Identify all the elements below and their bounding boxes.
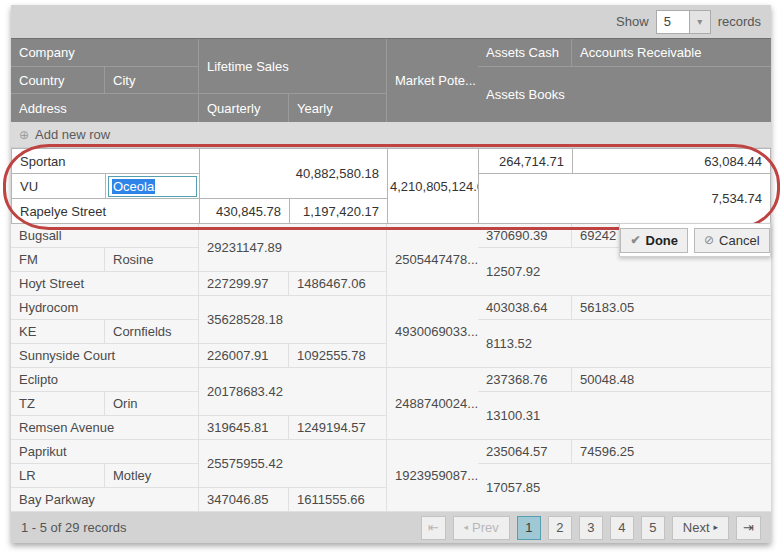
first-page-icon: ⇤ [428,520,439,535]
cell-city[interactable]: Rosine [105,248,199,272]
cell-books[interactable]: 17057.85 [478,464,771,512]
header-country[interactable]: Country [11,67,105,94]
header-city[interactable]: City [105,67,199,94]
edit-cell-city: Oceola [106,174,200,199]
prev-page-button[interactable]: ◂ Prev [453,516,510,540]
header-assets-books[interactable]: Assets Books [478,67,771,122]
header-address[interactable]: Address [11,94,199,122]
cell-market[interactable]: 2505447478.... [387,224,478,296]
cell-country[interactable]: KE [11,320,105,344]
page-button-1[interactable]: 1 [517,516,541,540]
cell-address[interactable]: Remsen Avenue [11,416,199,440]
cell-market[interactable]: 2488740024.... [387,368,478,440]
edit-cell-quarterly[interactable]: 430,845.78 [200,199,290,224]
page-button-3[interactable]: 3 [579,516,603,540]
cancel-button[interactable]: ⊘ Cancel [694,228,770,253]
add-new-row-label: Add new row [35,127,110,142]
cell-books[interactable]: 13100.31 [478,392,771,440]
header-accounts-receivable[interactable]: Accounts Receivable [572,39,771,67]
header-lifetime-sales[interactable]: Lifetime Sales [199,39,387,94]
cell-books[interactable]: 8113.52 [478,320,771,368]
next-arrow-icon: ▸ [714,523,719,532]
cell-lifetime[interactable]: 25575955.42 [199,440,387,488]
record-count-status: 1 - 5 of 29 records [21,520,127,535]
header-company[interactable]: Company [11,39,199,67]
page-button-4[interactable]: 4 [610,516,634,540]
show-label: Show [616,14,649,29]
cell-market[interactable]: 4930069033.... [387,296,478,368]
cell-lifetime[interactable]: 20178683.42 [199,368,387,416]
cell-city[interactable]: Motley [105,464,199,488]
city-editor-input[interactable]: Oceola [108,176,197,197]
cell-quarterly[interactable]: 227299.97 [199,272,289,296]
edit-actions-popup: ✔ Done ⊘ Cancel [619,223,771,257]
edit-cell-market[interactable]: 4,210,805,124.6 [388,149,479,224]
page-size-value[interactable]: 5 [656,10,690,34]
cell-country[interactable]: TZ [11,392,105,416]
cell-company[interactable]: Hydrocom [11,296,199,320]
edit-cell-country[interactable]: VU [12,174,106,199]
city-input-selected-text: Oceola [112,179,155,194]
cell-yearly[interactable]: 1092555.78 [289,344,387,368]
cancel-icon: ⊘ [704,234,714,246]
cell-yearly[interactable]: 1249194.57 [289,416,387,440]
next-label: Next [683,520,710,535]
cell-cash[interactable]: 237368.76 [478,368,572,392]
cell-city[interactable]: Cornfields [105,320,199,344]
cell-lifetime[interactable]: 35628528.18 [199,296,387,344]
page-size-dropdown[interactable]: 5 ▾ [656,10,711,34]
cell-yearly[interactable]: 1486467.06 [289,272,387,296]
cell-cash[interactable]: 403038.64 [478,296,572,320]
cell-cash[interactable]: 370690.39 [478,224,572,248]
header-market-potential[interactable]: Market Pote... [387,39,478,122]
cell-company[interactable]: Eclipto [11,368,199,392]
edit-cell-books[interactable]: 7,534.74 [479,174,771,224]
cell-address[interactable]: Sunnyside Court [11,344,199,368]
cell-quarterly[interactable]: 347046.85 [199,488,289,512]
cell-quarterly[interactable]: 319645.81 [199,416,289,440]
cell-company[interactable]: Bugsall [11,224,199,248]
cell-address[interactable]: Bay Parkway [11,488,199,512]
done-button[interactable]: ✔ Done [620,228,688,253]
pagination: ⇤ ◂ Prev 1 2 3 4 5 Next ▸ ⇥ [421,516,761,540]
page: Show 5 ▾ records Company Lifetime Sales … [0,0,783,555]
cell-cash[interactable]: 235064.57 [478,440,572,464]
cell-country[interactable]: LR [11,464,105,488]
cell-address[interactable]: Hoyt Street [11,272,199,296]
last-page-button[interactable]: ⇥ [736,516,761,540]
cell-company[interactable]: Paprikut [11,440,199,464]
cell-quarterly[interactable]: 226007.91 [199,344,289,368]
prev-label: Prev [472,520,499,535]
chevron-down-icon[interactable]: ▾ [689,10,711,34]
page-button-2[interactable]: 2 [548,516,572,540]
page-button-5[interactable]: 5 [641,516,665,540]
cancel-label: Cancel [719,233,759,248]
cell-receivable[interactable]: 74596.25 [572,440,771,464]
header-assets-cash[interactable]: Assets Cash [478,39,572,67]
edit-cell-company[interactable]: Sportan [12,149,200,174]
cell-lifetime[interactable]: 29231147.89 [199,224,387,272]
table-row[interactable]: Eclipto 20178683.42 2488740024.... 23736… [11,368,771,440]
cell-city[interactable]: Orin [105,392,199,416]
cell-country[interactable]: FM [11,248,105,272]
header-yearly[interactable]: Yearly [289,94,387,122]
first-page-button[interactable]: ⇤ [421,516,446,540]
cell-yearly[interactable]: 1611555.66 [289,488,387,512]
header-quarterly[interactable]: Quarterly [199,94,289,122]
cell-receivable[interactable]: 56183.05 [572,296,771,320]
add-circle-icon: ⊕ [19,129,29,141]
edit-cell-address[interactable]: Rapelye Street [12,199,200,224]
add-new-row-button[interactable]: ⊕ Add new row [11,122,771,148]
table-row[interactable]: Paprikut 25575955.42 1923959087.... 2350… [11,440,771,512]
edit-cell-yearly[interactable]: 1,197,420.17 [290,199,388,224]
next-page-button[interactable]: Next ▸ [672,516,729,540]
edit-cell-lifetime[interactable]: 40,882,580.18 [200,149,388,199]
cell-receivable[interactable]: 50048.48 [572,368,771,392]
grid-toolbar: Show 5 ▾ records [11,5,771,38]
edit-cell-receivable[interactable]: 63,084.44 [573,149,771,174]
edit-row: Sportan 40,882,580.18 4,210,805,124.6 26… [11,148,771,224]
prev-arrow-icon: ◂ [464,523,469,532]
cell-market[interactable]: 1923959087.... [387,440,478,512]
edit-cell-cash[interactable]: 264,714.71 [479,149,573,174]
table-row[interactable]: Hydrocom 35628528.18 4930069033.... 4030… [11,296,771,368]
